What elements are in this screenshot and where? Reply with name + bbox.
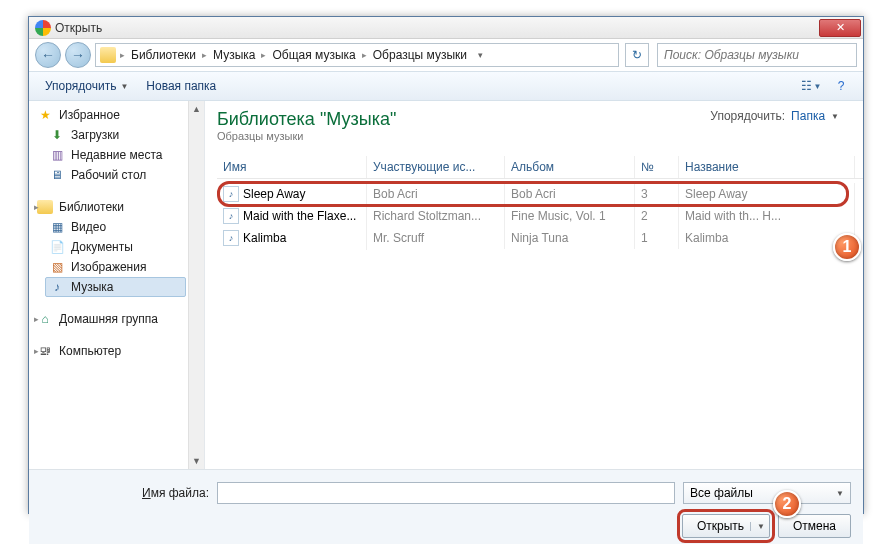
sidebar-item-music[interactable]: ♪Музыка [45,277,186,297]
folder-icon [100,47,116,63]
navbar: ← → ▸ Библиотеки ▸ Музыка ▸ Общая музыка… [29,39,863,71]
library-title: Библиотека "Музыка" [217,109,396,130]
sidebar-item-desktop[interactable]: 🖥Рабочий стол [29,165,204,185]
filename-label: Имя файла: [41,486,209,500]
breadcrumb-part[interactable]: Библиотеки [125,44,202,66]
titlebar: Открыть ✕ [29,17,863,39]
breadcrumb-dropdown[interactable]: ▾ [473,50,489,60]
annotation-badge-1: 1 [833,233,861,261]
column-headers: Имя Участвующие ис... Альбом № Название [217,156,863,179]
sidebar-item-video[interactable]: ▦Видео [29,217,204,237]
main-panel: Библиотека "Музыка" Образцы музыки Упоря… [205,101,863,469]
download-icon: ⬇ [49,127,65,143]
chevron-down-icon: ▼ [836,489,844,498]
col-name[interactable]: Имя [217,156,367,178]
toolbar: Упорядочить ▼ Новая папка ☷ ▼ ? [29,71,863,101]
chevron-down-icon: ▼ [831,112,839,121]
chrome-icon [35,20,51,36]
star-icon: ★ [37,107,53,123]
sidebar-item-downloads[interactable]: ⬇Загрузки [29,125,204,145]
video-icon: ▦ [49,219,65,235]
dialog-footer: Имя файла: Все файлы ▼ Открыть ▼ Отмена [29,469,863,544]
view-mode-button[interactable]: ☷ ▼ [797,75,825,97]
search-box[interactable] [657,43,857,67]
annotation-badge-2: 2 [773,490,801,518]
help-button[interactable]: ? [827,75,855,97]
new-folder-button[interactable]: Новая папка [138,75,224,97]
breadcrumb[interactable]: ▸ Библиотеки ▸ Музыка ▸ Общая музыка ▸ О… [95,43,619,67]
window-title: Открыть [55,21,819,35]
sort-control[interactable]: Упорядочить: Папка ▼ [710,109,839,123]
music-icon: ♪ [49,279,65,295]
search-input[interactable] [664,48,850,62]
sidebar-item-documents[interactable]: 📄Документы [29,237,204,257]
sidebar-computer[interactable]: ▸🖳Компьютер [29,341,204,361]
sidebar-item-recent[interactable]: ▥Недавние места [29,145,204,165]
desktop-icon: 🖥 [49,167,65,183]
audio-file-icon: ♪ [223,230,239,246]
filename-input[interactable] [217,482,675,504]
audio-file-icon: ♪ [223,186,239,202]
library-subtitle: Образцы музыки [217,130,396,142]
sidebar-scrollbar[interactable]: ▲ ▼ [188,101,204,469]
caret-icon: ▸ [31,314,41,324]
file-filter-combo[interactable]: Все файлы ▼ [683,482,851,504]
sidebar-item-images[interactable]: ▧Изображения [29,257,204,277]
recent-icon: ▥ [49,147,65,163]
refresh-button[interactable]: ↻ [625,43,649,67]
sidebar-homegroup[interactable]: ▸⌂Домашняя группа [29,309,204,329]
caret-icon: ▸ [31,346,41,356]
chevron-down-icon[interactable]: ▼ [750,522,765,531]
image-icon: ▧ [49,259,65,275]
document-icon: 📄 [49,239,65,255]
annotation-ring: Открыть ▼ [682,514,770,538]
table-row[interactable]: ♪Kalimba Mr. Scruff Ninja Tuna 1 Kalimba [217,227,863,249]
nav-forward-button[interactable]: → [65,42,91,68]
audio-file-icon: ♪ [223,208,239,224]
breadcrumb-part[interactable]: Общая музыка [266,44,361,66]
sidebar-libraries-head[interactable]: ▸Библиотеки [29,197,204,217]
open-button[interactable]: Открыть ▼ [682,514,770,538]
table-row[interactable]: ♪Maid with the Flaxe... Richard Stoltzma… [217,205,863,227]
col-no[interactable]: № [635,156,679,178]
open-dialog: Открыть ✕ ← → ▸ Библиотеки ▸ Музыка ▸ Об… [28,16,864,514]
scroll-down-icon[interactable]: ▼ [189,453,204,469]
col-artist[interactable]: Участвующие ис... [367,156,505,178]
chevron-down-icon: ▼ [120,82,128,91]
table-row[interactable]: ♪Sleep Away Bob Acri Bob Acri 3 Sleep Aw… [217,183,863,205]
col-title[interactable]: Название [679,156,855,178]
close-button[interactable]: ✕ [819,19,861,37]
breadcrumb-part[interactable]: Музыка [207,44,261,66]
dialog-body: ★Избранное ⬇Загрузки ▥Недавние места 🖥Ра… [29,101,863,469]
nav-back-button[interactable]: ← [35,42,61,68]
organize-button[interactable]: Упорядочить ▼ [37,75,136,97]
file-list: ♪Sleep Away Bob Acri Bob Acri 3 Sleep Aw… [217,183,863,249]
sidebar-favorites-head[interactable]: ★Избранное [29,105,204,125]
sidebar: ★Избранное ⬇Загрузки ▥Недавние места 🖥Ра… [29,101,205,469]
breadcrumb-part[interactable]: Образцы музыки [367,44,473,66]
caret-icon: ▸ [31,202,41,212]
scroll-up-icon[interactable]: ▲ [189,101,204,117]
col-album[interactable]: Альбом [505,156,635,178]
